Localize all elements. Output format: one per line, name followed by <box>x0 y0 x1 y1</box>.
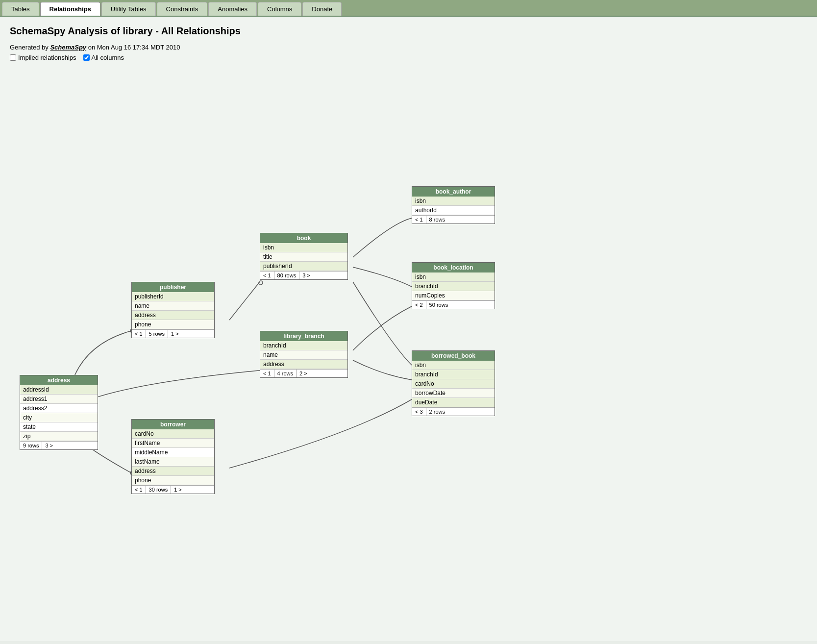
generated-by: Generated by SchemaSpy on Mon Aug 16 17:… <box>10 44 807 51</box>
library-branch-address: address <box>260 360 347 369</box>
tab-donate[interactable]: Donate <box>302 2 342 16</box>
publisher-footer: < 15 rows1 > <box>132 329 214 338</box>
borrower-phone: phone <box>132 476 214 485</box>
book-publisherid: publisherId <box>260 262 347 271</box>
book-isbn: isbn <box>260 243 347 252</box>
book-location-branchid: branchId <box>412 282 495 291</box>
borrowed-book-header: borrowed_book <box>412 351 495 361</box>
tab-constraints[interactable]: Constraints <box>157 2 208 16</box>
all-columns-checkbox[interactable] <box>83 54 90 61</box>
book-footer: < 180 rows3 > <box>260 271 347 279</box>
tab-columns[interactable]: Columns <box>258 2 301 16</box>
publisher-publisherid: publisherId <box>132 292 214 301</box>
main-content: SchemaSpy Analysis of library - All Rela… <box>0 17 817 641</box>
library-branch-branchid: branchId <box>260 341 347 350</box>
borrowed-book-branchid: branchId <box>412 370 495 379</box>
book-location-footer: < 250 rows <box>412 300 495 309</box>
address-header: address <box>20 375 98 385</box>
borrower-firstname: firstName <box>132 439 214 448</box>
publisher-phone: phone <box>132 320 214 329</box>
schemaspy-link[interactable]: SchemaSpy <box>50 44 86 51</box>
library-branch-footer: < 14 rows2 > <box>260 369 347 377</box>
borrower-middlename: middleName <box>132 448 214 457</box>
borrowed-book-footer: < 32 rows <box>412 407 495 416</box>
book-location-numcopies: numCopies <box>412 291 495 300</box>
table-book: book isbn title publisherId < 180 rows3 … <box>260 233 348 280</box>
tab-relationships[interactable]: Relationships <box>40 2 100 16</box>
address-addressid: addressId <box>20 385 98 395</box>
borrowed-book-borrowdate: borrowDate <box>412 389 495 398</box>
publisher-name: name <box>132 301 214 311</box>
borrower-header: borrower <box>132 420 214 429</box>
book-author-header: book_author <box>412 187 495 197</box>
nav-bar: Tables Relationships Utility Tables Cons… <box>0 0 817 17</box>
connectors-svg <box>10 71 598 551</box>
table-book-location: book_location isbn branchId numCopies < … <box>412 262 495 309</box>
svg-point-1 <box>259 281 263 285</box>
publisher-header: publisher <box>132 282 214 292</box>
borrower-address: address <box>132 467 214 476</box>
book-author-isbn: isbn <box>412 197 495 206</box>
address-state: state <box>20 422 98 432</box>
publisher-address: address <box>132 311 214 320</box>
table-address: address addressId address1 address2 city… <box>20 375 98 450</box>
address-footer: 9 rows3 > <box>20 441 98 449</box>
address-address1: address1 <box>20 395 98 404</box>
book-header: book <box>260 233 347 243</box>
book-author-authorid: authorId <box>412 206 495 215</box>
book-location-isbn: isbn <box>412 272 495 282</box>
book-location-header: book_location <box>412 263 495 272</box>
borrowed-book-duedate: dueDate <box>412 398 495 407</box>
table-borrower: borrower cardNo firstName middleName las… <box>131 419 215 494</box>
address-zip: zip <box>20 432 98 441</box>
borrower-lastname: lastName <box>132 457 214 467</box>
table-publisher: publisher publisherId name address phone… <box>131 282 215 338</box>
implied-relationships-label[interactable]: Implied relationships <box>10 54 76 61</box>
borrowed-book-isbn: isbn <box>412 361 495 370</box>
book-title: title <box>260 252 347 262</box>
borrower-footer: < 130 rows1 > <box>132 485 214 494</box>
book-author-footer: < 18 rows <box>412 215 495 223</box>
table-library-branch: library_branch branchId name address < 1… <box>260 331 348 378</box>
page-title: SchemaSpy Analysis of library - All Rela… <box>10 25 807 37</box>
tab-bar: Tables Relationships Utility Tables Cons… <box>0 0 817 17</box>
address-city: city <box>20 413 98 422</box>
tab-tables[interactable]: Tables <box>2 2 39 16</box>
diagram-area: book_author isbn authorId < 18 rows book… <box>10 71 598 551</box>
library-branch-name: name <box>260 350 347 360</box>
svg-line-0 <box>229 282 260 320</box>
implied-relationships-checkbox[interactable] <box>10 54 16 61</box>
table-borrowed-book: borrowed_book isbn branchId cardNo borro… <box>412 350 495 416</box>
borrowed-book-cardno: cardNo <box>412 379 495 389</box>
library-branch-header: library_branch <box>260 331 347 341</box>
tab-anomalies[interactable]: Anomalies <box>208 2 257 16</box>
table-book-author: book_author isbn authorId < 18 rows <box>412 186 495 224</box>
all-columns-label[interactable]: All columns <box>83 54 124 61</box>
options-row: Implied relationships All columns <box>10 54 807 61</box>
tab-utility-tables[interactable]: Utility Tables <box>101 2 156 16</box>
address-address2: address2 <box>20 404 98 413</box>
borrower-cardno: cardNo <box>132 429 214 439</box>
